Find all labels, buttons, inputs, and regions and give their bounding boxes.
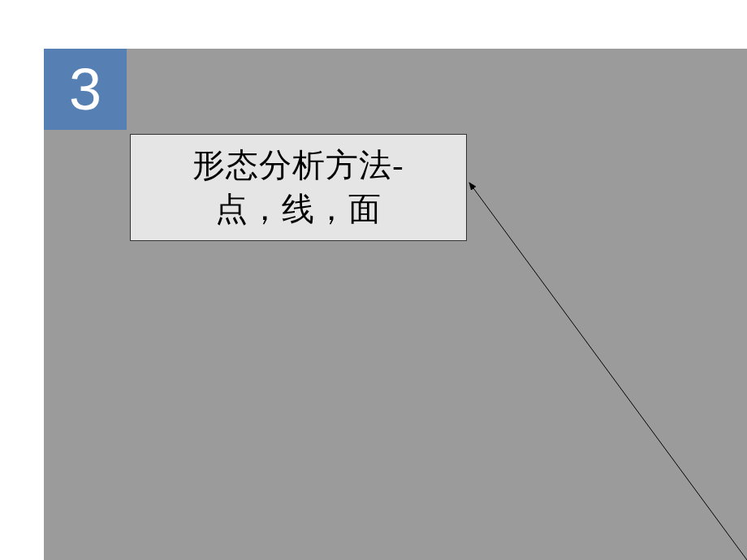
title-box: 形态分析方法- 点，线，面 [130, 134, 467, 241]
section-number-badge: 3 [44, 49, 127, 130]
section-number: 3 [69, 56, 101, 123]
slide-background [44, 49, 747, 560]
title-line-2: 点，线，面 [215, 187, 382, 231]
title-line-1: 形态分析方法- [192, 144, 404, 187]
